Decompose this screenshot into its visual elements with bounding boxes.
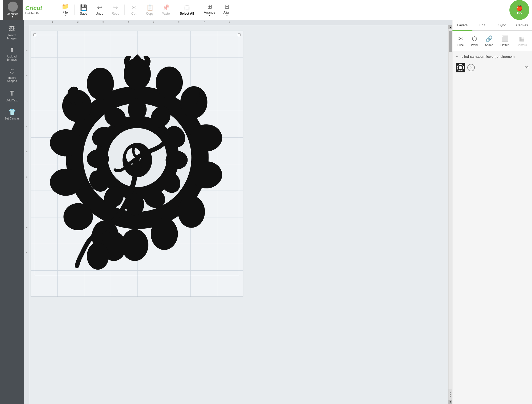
main-layout: 🖼 Insert Images ⬆ Upload Images ⬡ Insert… xyxy=(0,20,532,404)
right-scrollbar[interactable]: ▲ ▼ xyxy=(448,25,452,404)
ruler-mark-6: 6 xyxy=(178,20,180,23)
tool-attach[interactable]: 🔗 Attach xyxy=(483,34,495,48)
avatar-image xyxy=(8,2,18,12)
divider-2 xyxy=(124,5,125,15)
scroll-dot-3 xyxy=(450,396,451,397)
divider-1 xyxy=(74,5,74,15)
cut-icon: ✂ xyxy=(131,4,136,11)
file-button[interactable]: 📁 File ▼ xyxy=(57,0,73,20)
paste-label: Paste xyxy=(162,12,170,15)
svg-point-34 xyxy=(87,242,109,270)
handle-tr[interactable] xyxy=(238,34,240,36)
cut-label: Cut xyxy=(131,12,136,15)
svg-point-16 xyxy=(64,203,93,230)
layer-type-icon: ✕ xyxy=(467,64,475,71)
left-sidebar: 🖼 Insert Images ⬆ Upload Images ⬡ Insert… xyxy=(0,20,24,404)
select-all-button[interactable]: ⬚ Select All xyxy=(176,0,198,20)
svg-point-18 xyxy=(50,129,82,156)
slice-icon: ✂ xyxy=(458,35,463,42)
arrange-icon: ⊞ xyxy=(207,3,212,10)
scroll-thumb[interactable] xyxy=(449,31,452,52)
layer-thumbnail xyxy=(456,63,465,72)
paste-icon: 📌 xyxy=(162,4,169,11)
user-dropdown-icon: ▼ xyxy=(11,15,14,18)
set-canvas-icon: 👕 xyxy=(9,109,16,116)
canvas-area: 1 2 3 4 5 6 7 8 1 2 3 4 5 6 7 8 9 xyxy=(24,20,452,404)
layer-header: ▼ rolled-carnation-flower-jenuinemom xyxy=(456,55,529,59)
go-button[interactable]: 🍎 Go xyxy=(509,0,529,20)
file-label: File xyxy=(63,11,68,14)
select-all-label: Select All xyxy=(180,12,194,15)
sidebar-item-insert-images[interactable]: 🖼 Insert Images xyxy=(1,23,23,43)
file-dropdown-icon: ▼ xyxy=(64,14,66,17)
scroll-up-arrow[interactable]: ▲ xyxy=(448,25,452,29)
undo-button[interactable]: ↩ Undo xyxy=(92,0,107,20)
layer-item[interactable]: ✕ 👁 xyxy=(456,61,529,74)
canvas-wrapper[interactable] xyxy=(24,25,448,404)
ruler-mark-2: 2 xyxy=(77,20,78,23)
insert-shapes-icon: ⬡ xyxy=(10,68,15,75)
save-button[interactable]: 💾 Save xyxy=(76,0,92,20)
align-button[interactable]: ⊟ Align ▼ xyxy=(219,0,235,20)
attach-label: Attach xyxy=(485,43,493,47)
paste-button[interactable]: 📌 Paste xyxy=(158,0,174,20)
insert-images-icon: 🖼 xyxy=(9,25,15,32)
panel-tools: ✂ Slice ⬡ Weld 🔗 Attach ⬜ Flatten ▦ Cont… xyxy=(452,31,532,51)
svg-point-21 xyxy=(128,98,147,121)
scroll-dots xyxy=(450,389,451,400)
svg-point-17 xyxy=(50,169,82,196)
scroll-track[interactable] xyxy=(448,29,452,389)
tool-slice[interactable]: ✂ Slice xyxy=(455,34,466,48)
panel-tabs: Layers Edit Sync Canvas xyxy=(452,20,532,31)
scroll-down-arrow[interactable]: ▼ xyxy=(448,400,452,404)
contour-icon: ▦ xyxy=(519,35,525,42)
tool-weld[interactable]: ⬡ Weld xyxy=(469,34,480,48)
slice-label: Slice xyxy=(458,43,464,47)
layer-visibility-toggle[interactable]: 👁 xyxy=(525,65,529,70)
eye-icon: 👁 xyxy=(525,65,529,70)
flower-design-svg[interactable] xyxy=(39,39,236,284)
divider-4 xyxy=(199,5,199,15)
arrange-label: Arrange xyxy=(204,11,215,14)
sidebar-item-upload-images[interactable]: ⬆ Upload Images xyxy=(1,44,23,64)
go-icon: 🍎 xyxy=(516,5,523,11)
cricut-logo-text: Cricut xyxy=(25,5,42,12)
user-avatar[interactable]: Jennifer ▼ xyxy=(3,0,23,20)
handle-tl[interactable] xyxy=(34,34,36,36)
tab-canvas[interactable]: Canvas xyxy=(512,20,532,31)
ruler-top: 1 2 3 4 5 6 7 8 xyxy=(24,20,452,25)
layer-expand-icon[interactable]: ▼ xyxy=(456,55,458,58)
svg-point-20 xyxy=(87,68,114,100)
add-text-label: Add Text xyxy=(6,99,18,102)
user-name: Jennifer xyxy=(7,12,18,15)
cut-button[interactable]: ✂ Cut xyxy=(126,0,142,20)
tab-sync[interactable]: Sync xyxy=(492,20,512,31)
tab-layers[interactable]: Layers xyxy=(452,20,472,31)
tool-contour[interactable]: ▦ Contour xyxy=(514,34,529,48)
sidebar-item-add-text[interactable]: T Add Text xyxy=(1,86,23,105)
redo-button[interactable]: ↪ Redo xyxy=(107,0,123,20)
layer-type-symbol: ✕ xyxy=(470,66,472,69)
save-icon: 💾 xyxy=(80,4,87,11)
ruler-mark-1: 1 xyxy=(52,20,53,23)
svg-point-8 xyxy=(156,67,183,98)
cricut-logo: Cricut Untitled Pr... xyxy=(23,0,57,20)
align-icon: ⊟ xyxy=(225,3,229,10)
tool-flatten[interactable]: ⬜ Flatten xyxy=(498,34,512,48)
copy-button[interactable]: 📋 Copy xyxy=(142,0,158,20)
sidebar-item-set-canvas[interactable]: 👕 Set Canvas xyxy=(1,106,23,123)
project-name: Untitled Pr... xyxy=(25,12,41,15)
arrange-button[interactable]: ⊞ Arrange ▼ xyxy=(200,0,219,20)
copy-label: Copy xyxy=(146,12,153,15)
sidebar-item-insert-shapes[interactable]: ⬡ Insert Shapes xyxy=(1,65,23,85)
tab-edit[interactable]: Edit xyxy=(472,20,492,31)
contour-label: Contour xyxy=(517,43,527,47)
ruler-mark-8: 8 xyxy=(229,20,230,23)
corner-square xyxy=(24,20,29,25)
svg-point-12 xyxy=(178,196,205,228)
file-icon: 📁 xyxy=(62,3,69,10)
canvas-design-area xyxy=(31,31,243,297)
undo-label: Undo xyxy=(96,12,103,15)
set-canvas-label: Set Canvas xyxy=(5,117,20,120)
flatten-label: Flatten xyxy=(500,43,509,47)
